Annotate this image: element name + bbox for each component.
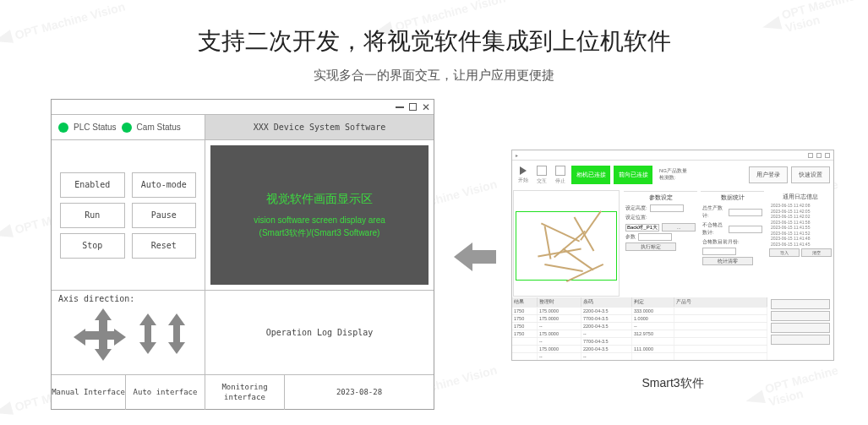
maximize-icon[interactable]: [816, 153, 822, 158]
table-row[interactable]: 175.00002200-04-3.5111.0000: [512, 345, 767, 352]
integration-arrow-icon: [454, 242, 496, 271]
stop-button[interactable]: 停止: [553, 164, 568, 186]
smart3-titlebar: ▸: [512, 150, 833, 161]
side-button[interactable]: [771, 335, 830, 345]
param-title: 参数设定: [624, 192, 697, 204]
param-pos-input[interactable]: [625, 224, 659, 232]
table-row[interactable]: 1750175.0000--312.9750: [512, 330, 767, 337]
stats-title: 数据统计: [701, 192, 764, 204]
vision-label-en1: vision software screen display area: [254, 214, 385, 226]
cam-status-label: Cam Status: [137, 123, 181, 132]
tab-manual[interactable]: Manual Interface: [52, 375, 126, 410]
plc-status-label: PLC Status: [74, 123, 117, 132]
toolbar-stats: NG产品数量 检测数:: [656, 168, 691, 182]
log-import-button[interactable]: 导入: [769, 248, 800, 257]
plc-status-dot: [58, 123, 68, 133]
vision-display-area: 视觉软件画面显示区 vision software screen display…: [210, 145, 429, 285]
arrow-up-icon[interactable]: [168, 313, 185, 325]
minimize-icon[interactable]: [808, 153, 813, 158]
operation-log-area: Operation Log Display: [205, 291, 434, 374]
log-line: 2023-06-15 11:41:45: [769, 242, 832, 248]
axis-label: Axis direction:: [58, 294, 198, 303]
log-panel: 通用日志信息 2023-06-15 11:42:082023-06-15 11:…: [767, 189, 833, 297]
side-button[interactable]: [771, 323, 830, 333]
arrow-right-icon[interactable]: [114, 329, 126, 346]
start-button[interactable]: 开始: [516, 164, 531, 186]
side-button[interactable]: [771, 299, 830, 309]
maximize-icon[interactable]: [409, 103, 417, 111]
front-connected-badge: 前向已连接: [614, 166, 652, 184]
tab-auto[interactable]: Auto interface: [126, 375, 205, 410]
minimize-icon[interactable]: [396, 106, 404, 108]
system-title: XXX Device System Software: [205, 115, 434, 139]
smart3-caption: Smart3软件: [511, 376, 834, 391]
stat-month-input[interactable]: [702, 248, 736, 255]
vision-preview-image: [513, 190, 620, 297]
col-judge: 判定: [632, 297, 674, 307]
col-time: 整理时: [538, 297, 581, 307]
table-row[interactable]: 1750--2200-04-3.5--: [512, 322, 767, 330]
pause-button[interactable]: Pause: [132, 203, 197, 228]
arrow-down-icon[interactable]: [139, 342, 156, 354]
vision-label-en2: (Smart3软件)/(Smart3 Software): [259, 226, 380, 239]
table-row[interactable]: 1750175.00007700-04-3.51.0000: [512, 314, 767, 322]
vision-label-cn: 视觉软件画面显示区: [266, 192, 373, 207]
host-app-window: ✕ PLC Status Cam Status XXX Device Syste…: [51, 99, 434, 410]
automode-button[interactable]: Auto-mode: [132, 172, 197, 198]
arrow-down-icon[interactable]: [95, 349, 112, 361]
stat-total-input[interactable]: [729, 209, 762, 216]
stats-clear-button[interactable]: 统计清零: [702, 257, 753, 265]
log-clear-button[interactable]: 清空: [801, 248, 832, 257]
cam-status-dot: [122, 123, 132, 133]
camera-connected-badge: 相机已连接: [571, 166, 610, 184]
param-height-input[interactable]: [650, 204, 684, 212]
run-button[interactable]: Run: [60, 203, 125, 228]
smart3-window: ▸ 开始 交互 停止 相机已连接 前向已连接 NG产品数量 检测数: 用户登录 …: [511, 150, 834, 361]
table-row[interactable]: --7700-04-3.5: [512, 337, 767, 345]
col-barcode: 条码: [581, 297, 632, 307]
side-button[interactable]: [771, 311, 830, 321]
arrow-down-icon[interactable]: [168, 342, 185, 354]
axis-dpad-xy[interactable]: [74, 308, 126, 361]
param-browse-button[interactable]: ...: [662, 223, 696, 232]
stop-button[interactable]: Stop: [60, 233, 125, 259]
axis-z2[interactable]: [168, 313, 185, 354]
stats-panel: 数据统计 总生产数计: 不合格总数计: 合格数目前月份: 统计清零: [701, 191, 764, 296]
close-icon[interactable]: ✕: [422, 102, 430, 112]
calibrate-button[interactable]: 执行标定: [625, 242, 676, 251]
arrow-up-icon[interactable]: [95, 308, 112, 320]
footer-date: 2023-08-28: [285, 375, 434, 410]
axis-z1[interactable]: [139, 313, 156, 354]
results-table: 结果 整理时 条码 判定 产品号 1750175.00002200-04-3.5…: [512, 297, 767, 360]
axis-panel: Axis direction:: [52, 291, 205, 374]
quick-settings-button[interactable]: 快速设置: [791, 166, 830, 183]
tag-button[interactable]: 交互: [534, 164, 549, 186]
control-button-panel: Enabled Auto-mode Run Pause Stop Reset: [52, 140, 205, 290]
reset-button[interactable]: Reset: [132, 233, 197, 259]
smart3-toolbar: 开始 交互 停止 相机已连接 前向已连接 NG产品数量 检测数: 用户登录 快速…: [512, 161, 833, 189]
table-row[interactable]: ----: [512, 352, 767, 360]
param-extra-input[interactable]: [638, 233, 672, 241]
param-panel: 参数设定 设定高度: 设定位置: ... 参数 执行标定: [624, 191, 697, 296]
col-result: 结果: [512, 297, 538, 307]
log-title: 通用日志信息: [769, 191, 832, 203]
col-product: 产品号: [674, 297, 767, 307]
page-subheading: 实现多合一的界面交互，让用户应用更便捷: [0, 68, 868, 84]
table-side-buttons: [767, 297, 833, 360]
arrow-up-icon[interactable]: [139, 313, 156, 325]
arrow-left-icon[interactable]: [74, 329, 85, 346]
enabled-button[interactable]: Enabled: [60, 172, 125, 198]
stat-ng-input[interactable]: [729, 226, 762, 233]
page-heading: 支持二次开发，将视觉软件集成到上位机软件: [0, 0, 868, 57]
tab-monitor[interactable]: Monitoring interface: [205, 375, 285, 410]
user-login-button[interactable]: 用户登录: [749, 166, 788, 183]
window-titlebar: ✕: [52, 100, 434, 115]
close-icon[interactable]: [825, 153, 830, 158]
table-row[interactable]: 1750175.00002200-04-3.5333.0000: [512, 307, 767, 314]
